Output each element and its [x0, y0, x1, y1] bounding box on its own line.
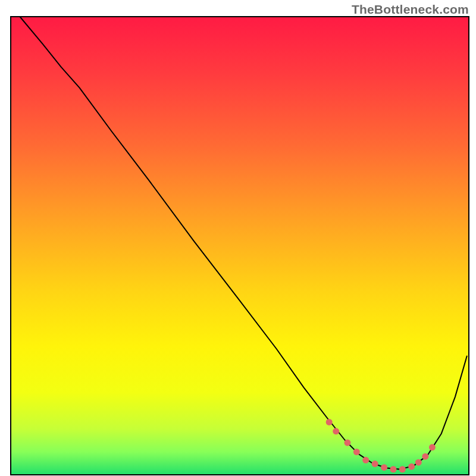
- highlight-dot: [326, 419, 333, 425]
- highlight-dot: [353, 449, 360, 455]
- highlight-dot: [333, 428, 339, 434]
- highlight-dot: [429, 444, 436, 450]
- highlight-dot: [408, 464, 415, 470]
- gradient-background: [11, 17, 469, 475]
- highlight-dot: [415, 459, 422, 466]
- highlight-dot: [344, 440, 350, 446]
- highlight-dot: [399, 466, 406, 472]
- bottleneck-chart: [0, 0, 476, 476]
- highlight-dot: [381, 464, 387, 471]
- highlight-dot: [372, 461, 378, 467]
- highlight-dot: [362, 457, 369, 464]
- highlight-dot: [422, 453, 428, 460]
- chart-container: TheBottleneck.com: [0, 0, 476, 476]
- highlight-dot: [390, 466, 396, 472]
- watermark-text: TheBottleneck.com: [352, 2, 469, 17]
